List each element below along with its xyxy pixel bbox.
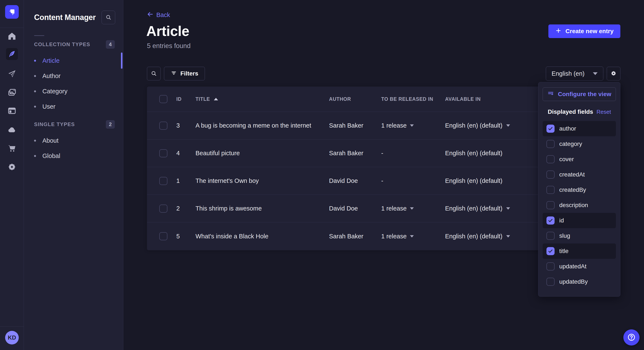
checkbox[interactable] <box>546 247 554 255</box>
field-option-description[interactable]: description <box>543 197 616 213</box>
bullet-dot-icon <box>34 90 36 92</box>
chevron-down-icon <box>593 72 598 75</box>
gear-icon <box>610 70 617 77</box>
content-manager-sidebar: Content Manager COLLECTION TYPES 4 Artic… <box>24 0 123 350</box>
locale-dropdown-icon[interactable] <box>506 124 510 127</box>
releases-paper-plane-icon[interactable] <box>6 68 18 80</box>
list-plus-icon <box>547 90 554 98</box>
search-entries-button[interactable] <box>147 67 160 80</box>
settings-gear-icon[interactable] <box>6 161 18 173</box>
strapi-logo[interactable] <box>5 5 19 19</box>
checkbox[interactable] <box>546 140 554 148</box>
column-header-release[interactable]: TO BE RELEASED IN <box>381 96 445 102</box>
content-type-builder-layout-icon[interactable] <box>6 105 18 117</box>
row-checkbox[interactable] <box>159 149 168 157</box>
filter-icon <box>170 70 177 78</box>
configure-the-view-button[interactable]: Configure the view <box>543 87 616 101</box>
bullet-dot-icon <box>34 106 36 108</box>
row-checkbox[interactable] <box>159 232 168 240</box>
sidebar-item-category[interactable]: Category <box>24 84 123 99</box>
checkbox[interactable] <box>546 125 554 133</box>
create-new-entry-button[interactable]: Create new entry <box>548 24 620 38</box>
home-icon[interactable] <box>6 30 18 42</box>
media-library-images-icon[interactable] <box>6 86 18 98</box>
field-option-slug[interactable]: slug <box>543 228 616 243</box>
list-toolbar: Filters English (en) <box>147 67 620 81</box>
sidebar-divider <box>34 35 44 36</box>
plus-icon <box>555 27 562 35</box>
reset-link[interactable]: Reset <box>596 109 611 115</box>
rail-divider <box>0 28 24 28</box>
sidebar-item-global[interactable]: Global <box>24 148 123 164</box>
sidebar-title: Content Manager <box>34 13 96 22</box>
checkbox[interactable] <box>546 155 554 163</box>
checkbox[interactable] <box>546 262 554 270</box>
user-avatar[interactable]: KD <box>5 331 19 345</box>
field-option-updatedAt[interactable]: updatedAt <box>543 259 616 274</box>
section-label: COLLECTION TYPES <box>34 41 90 47</box>
sort-ascending-icon[interactable] <box>214 98 218 100</box>
bullet-dot-icon <box>34 75 36 77</box>
column-header-author[interactable]: AUTHOR <box>329 96 381 102</box>
main-content: Back Article 5 entries found Create new … <box>123 0 644 350</box>
field-option-title[interactable]: title <box>543 243 616 259</box>
field-option-cover[interactable]: cover <box>543 152 616 167</box>
single-types-header: SINGLE TYPES 2 <box>24 121 123 128</box>
page-title: Article <box>146 23 189 39</box>
select-all-checkbox[interactable] <box>159 95 168 103</box>
collection-types-count-badge: 4 <box>106 40 115 49</box>
displayed-fields-title: Displayed fields <box>548 108 593 115</box>
field-option-updatedBy[interactable]: updatedBy <box>543 274 616 289</box>
row-checkbox[interactable] <box>159 122 168 130</box>
checkbox[interactable] <box>546 186 554 194</box>
locale-select[interactable]: English (en) <box>546 67 603 81</box>
rail-divider <box>0 326 24 327</box>
search-icon <box>150 70 157 77</box>
field-option-createdBy[interactable]: createdBy <box>543 182 616 197</box>
locale-value: English (en) <box>552 70 584 77</box>
search-icon <box>105 14 112 21</box>
bullet-dot-icon <box>34 60 36 62</box>
checkbox[interactable] <box>546 278 554 286</box>
checkbox[interactable] <box>546 232 554 240</box>
field-list: author category cover createdAt createdB… <box>543 121 616 289</box>
sidebar-item-about[interactable]: About <box>24 133 123 148</box>
checkbox[interactable] <box>546 171 554 178</box>
field-option-createdAt[interactable]: createdAt <box>543 167 616 182</box>
active-indicator-bar <box>121 52 122 69</box>
back-arrow-icon <box>147 11 153 19</box>
marketplace-cart-icon[interactable] <box>6 142 18 154</box>
checkbox[interactable] <box>546 201 554 209</box>
field-option-author[interactable]: author <box>543 121 616 136</box>
column-header-title[interactable]: TITLE <box>196 96 210 102</box>
sidebar-item-author[interactable]: Author <box>24 68 123 84</box>
locale-dropdown-icon[interactable] <box>506 235 510 237</box>
bullet-dot-icon <box>34 155 36 157</box>
deploy-cloud-icon[interactable] <box>6 124 18 136</box>
help-button[interactable] <box>623 329 640 346</box>
back-link[interactable]: Back <box>147 11 170 19</box>
bullet-dot-icon <box>34 140 36 142</box>
section-label: SINGLE TYPES <box>34 121 75 127</box>
column-header-id[interactable]: ID <box>176 96 196 102</box>
filters-button[interactable]: Filters <box>164 67 205 80</box>
sidebar-item-article[interactable]: Article <box>24 53 123 68</box>
release-dropdown-icon[interactable] <box>410 124 414 127</box>
checkbox[interactable] <box>546 216 554 224</box>
entries-count: 5 entries found <box>147 42 190 50</box>
row-checkbox[interactable] <box>159 177 168 185</box>
row-checkbox[interactable] <box>159 204 168 213</box>
sidebar-search-button[interactable] <box>102 11 115 24</box>
locale-dropdown-icon[interactable] <box>506 207 510 210</box>
release-dropdown-icon[interactable] <box>410 235 414 237</box>
app-rail: KD <box>0 0 24 350</box>
content-manager-feather-icon[interactable] <box>6 48 18 60</box>
field-option-id[interactable]: id <box>543 213 616 228</box>
view-settings-gear-button[interactable] <box>607 67 620 80</box>
sidebar-item-user[interactable]: User <box>24 99 123 114</box>
collection-types-header: COLLECTION TYPES 4 <box>24 41 123 48</box>
field-option-category[interactable]: category <box>543 136 616 152</box>
release-dropdown-icon[interactable] <box>410 207 414 210</box>
question-mark-icon <box>627 333 636 342</box>
view-settings-popover: Configure the view Displayed fields Rese… <box>538 82 620 297</box>
